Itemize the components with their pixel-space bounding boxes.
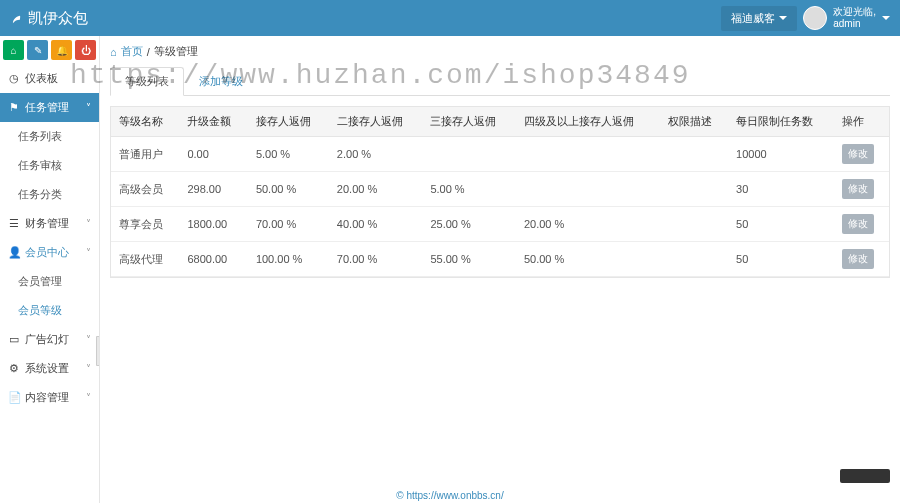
cell-r2: 70.00 % bbox=[329, 242, 423, 277]
bars-icon: ☰ bbox=[8, 217, 20, 230]
chevron-down-icon: ˅ bbox=[86, 334, 91, 345]
breadcrumb-sep: / bbox=[147, 46, 150, 58]
cell-name: 尊享会员 bbox=[111, 207, 179, 242]
col-r3: 三接存人返佣 bbox=[422, 107, 516, 137]
sidebar-item-member-mgmt[interactable]: 会员管理 bbox=[0, 267, 99, 296]
table-header-row: 等级名称 升级金额 接存人返佣 二接存人返佣 三接存人返佣 四级及以上接存人返佣… bbox=[111, 107, 889, 137]
mini-toolbar[interactable] bbox=[840, 469, 890, 483]
cell-op: 修改 bbox=[834, 242, 889, 277]
sidebar-item-label: 任务列表 bbox=[18, 129, 62, 144]
cell-r1: 70.00 % bbox=[248, 207, 329, 242]
edit-button[interactable]: 修改 bbox=[842, 249, 874, 269]
breadcrumb-home[interactable]: 首页 bbox=[121, 44, 143, 59]
sidebar-item-system[interactable]: ⚙ 系统设置 ˅ bbox=[0, 354, 99, 383]
col-r2: 二接存人返佣 bbox=[329, 107, 423, 137]
cell-perm bbox=[660, 137, 728, 172]
platform-label: 福迪威客 bbox=[731, 11, 775, 26]
level-table: 等级名称 升级金额 接存人返佣 二接存人返佣 三接存人返佣 四级及以上接存人返佣… bbox=[111, 107, 889, 277]
chevron-down-icon: ˅ bbox=[86, 102, 91, 113]
sidebar-item-label: 任务分类 bbox=[18, 187, 62, 202]
sidebar-item-content[interactable]: 📄 内容管理 ˅ bbox=[0, 383, 99, 412]
sidebar-item-finance[interactable]: ☰ 财务管理 ˅ bbox=[0, 209, 99, 238]
sidebar-item-label: 仪表板 bbox=[25, 71, 58, 86]
tab-level-list[interactable]: 等级列表 bbox=[110, 67, 184, 96]
cell-r4: 20.00 % bbox=[516, 207, 660, 242]
welcome-text: 欢迎光临, bbox=[833, 6, 876, 18]
cell-r3: 55.00 % bbox=[422, 242, 516, 277]
level-table-wrap: 等级名称 升级金额 接存人返佣 二接存人返佣 三接存人返佣 四级及以上接存人返佣… bbox=[110, 106, 890, 278]
edit-button[interactable]: 修改 bbox=[842, 144, 874, 164]
cell-r4 bbox=[516, 172, 660, 207]
pencil-icon: ✎ bbox=[34, 45, 42, 56]
cell-r3 bbox=[422, 137, 516, 172]
brand-text: 凯伊众包 bbox=[28, 9, 88, 28]
sidebar-item-label: 会员中心 bbox=[25, 245, 69, 260]
action-warn-button[interactable]: 🔔 bbox=[51, 40, 72, 60]
file-icon: 📄 bbox=[8, 391, 20, 404]
sidebar-item-task-audit[interactable]: 任务审核 bbox=[0, 151, 99, 180]
power-icon: ⏻ bbox=[81, 45, 91, 56]
cell-r3: 5.00 % bbox=[422, 172, 516, 207]
avatar[interactable] bbox=[803, 6, 827, 30]
tab-add-level[interactable]: 添加等级 bbox=[184, 67, 258, 95]
col-op: 操作 bbox=[834, 107, 889, 137]
chevron-down-icon bbox=[882, 16, 890, 20]
cell-limit: 50 bbox=[728, 242, 834, 277]
cell-perm bbox=[660, 207, 728, 242]
cell-op: 修改 bbox=[834, 137, 889, 172]
image-icon: ▭ bbox=[8, 333, 20, 346]
user-info[interactable]: 欢迎光临, admin bbox=[833, 6, 876, 30]
cell-r2: 20.00 % bbox=[329, 172, 423, 207]
cell-r4: 50.00 % bbox=[516, 242, 660, 277]
table-row: 尊享会员1800.0070.00 %40.00 %25.00 %20.00 %5… bbox=[111, 207, 889, 242]
action-logout-button[interactable]: ⏻ bbox=[75, 40, 96, 60]
sidebar-item-task-list[interactable]: 任务列表 bbox=[0, 122, 99, 151]
sidebar-item-member-level[interactable]: 会员等级 bbox=[0, 296, 99, 325]
col-r1: 接存人返佣 bbox=[248, 107, 329, 137]
edit-button[interactable]: 修改 bbox=[842, 179, 874, 199]
cell-r2: 2.00 % bbox=[329, 137, 423, 172]
tab-label: 添加等级 bbox=[199, 75, 243, 87]
sidebar-item-label: 财务管理 bbox=[25, 216, 69, 231]
cell-r2: 40.00 % bbox=[329, 207, 423, 242]
cell-name: 普通用户 bbox=[111, 137, 179, 172]
table-row: 高级会员298.0050.00 %20.00 %5.00 %30修改 bbox=[111, 172, 889, 207]
sidebar-item-ads[interactable]: ▭ 广告幻灯 ˅ bbox=[0, 325, 99, 354]
cell-perm bbox=[660, 172, 728, 207]
user-icon: 👤 bbox=[8, 246, 20, 259]
sidebar-collapse-handle[interactable]: ‹ bbox=[96, 336, 100, 366]
cell-amount: 0.00 bbox=[179, 137, 247, 172]
sidebar-item-label: 会员管理 bbox=[18, 274, 62, 289]
flag-icon: ⚑ bbox=[8, 101, 20, 114]
username: admin bbox=[833, 18, 876, 30]
cell-limit: 50 bbox=[728, 207, 834, 242]
cell-limit: 10000 bbox=[728, 137, 834, 172]
bell-icon: 🔔 bbox=[56, 45, 68, 56]
sidebar-item-task-mgmt[interactable]: ⚑ 任务管理 ˅ bbox=[0, 93, 99, 122]
chevron-down-icon: ˅ bbox=[86, 247, 91, 258]
chevron-down-icon: ˅ bbox=[86, 218, 91, 229]
sidebar-item-task-cat[interactable]: 任务分类 bbox=[0, 180, 99, 209]
action-home-button[interactable]: ⌂ bbox=[3, 40, 24, 60]
cell-op: 修改 bbox=[834, 207, 889, 242]
sidebar-item-member[interactable]: 👤 会员中心 ˅ bbox=[0, 238, 99, 267]
brand-logo[interactable]: 凯伊众包 bbox=[10, 9, 88, 28]
edit-button[interactable]: 修改 bbox=[842, 214, 874, 234]
table-row: 普通用户0.005.00 %2.00 %10000修改 bbox=[111, 137, 889, 172]
sidebar-item-dashboard[interactable]: ◷ 仪表板 bbox=[0, 64, 99, 93]
sidebar-item-label: 会员等级 bbox=[18, 303, 62, 318]
action-edit-button[interactable]: ✎ bbox=[27, 40, 48, 60]
table-row: 高级代理6800.00100.00 %70.00 %55.00 %50.00 %… bbox=[111, 242, 889, 277]
sidebar-item-label: 任务审核 bbox=[18, 158, 62, 173]
platform-dropdown[interactable]: 福迪威客 bbox=[721, 6, 797, 31]
breadcrumb-current: 等级管理 bbox=[154, 44, 198, 59]
cell-name: 高级会员 bbox=[111, 172, 179, 207]
cell-r1: 100.00 % bbox=[248, 242, 329, 277]
sidebar-item-label: 任务管理 bbox=[25, 100, 69, 115]
leaf-icon bbox=[10, 11, 24, 25]
footer-text: © https://www.onbbs.cn/ bbox=[396, 490, 503, 501]
sidebar-item-label: 广告幻灯 bbox=[25, 332, 69, 347]
gauge-icon: ◷ bbox=[8, 72, 20, 85]
cell-r1: 5.00 % bbox=[248, 137, 329, 172]
gear-icon: ⚙ bbox=[8, 362, 20, 375]
